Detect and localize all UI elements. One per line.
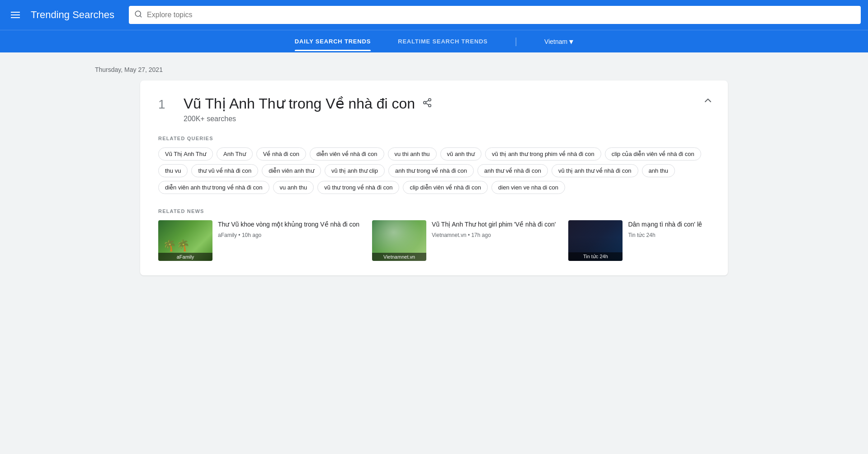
- related-query-tag[interactable]: vu thi anh thu: [388, 147, 437, 161]
- share-icon[interactable]: [422, 98, 432, 110]
- news-content: Dân mạng tì nhà đi con' lêTin tức 24h: [628, 220, 702, 238]
- news-title: Vũ Thị Anh Thư hot girl phim 'Về nhà đi …: [432, 220, 556, 229]
- trend-title: Vũ Thị Anh Thư trong Về nhà đi con: [184, 95, 710, 112]
- related-query-tag[interactable]: vũ thị anh thư về nhà đi con: [552, 164, 638, 177]
- related-query-tag[interactable]: clip của diễn viên về nhà đi con: [605, 147, 701, 161]
- trending-card: 1 Vũ Thị Anh Thư trong Về nhà đi con 200…: [140, 80, 728, 275]
- trend-header: 1 Vũ Thị Anh Thư trong Về nhà đi con 200…: [158, 95, 710, 123]
- news-card[interactable]: Vietnamnet.vnVũ Thị Anh Thư hot girl phi…: [372, 220, 568, 261]
- related-query-tag[interactable]: vũ thư trong về nhà đi con: [317, 181, 399, 194]
- trend-title-block: Vũ Thị Anh Thư trong Về nhà đi con 200K+…: [184, 95, 710, 123]
- tab-realtime-search-trends[interactable]: REALTIME SEARCH TRENDS: [398, 32, 488, 51]
- search-input[interactable]: [147, 11, 855, 19]
- nav-bar: DAILY SEARCH TRENDS REALTIME SEARCH TREN…: [0, 30, 868, 52]
- related-query-tag[interactable]: Anh Thư: [217, 147, 253, 161]
- hamburger-menu-icon[interactable]: [7, 8, 24, 22]
- related-query-tag[interactable]: anh thư trong về nhà đi con: [388, 164, 474, 177]
- svg-line-6: [426, 100, 429, 102]
- news-meta: Vietnamnet.vn • 17h ago: [432, 232, 556, 238]
- news-thumbnail: Vietnamnet.vn: [372, 220, 426, 261]
- related-news-label: RELATED NEWS: [158, 208, 710, 214]
- related-query-tag[interactable]: Về nhà đi con: [256, 147, 306, 161]
- search-icon: [134, 10, 142, 20]
- related-query-tag[interactable]: vũ anh thư: [440, 147, 482, 161]
- news-source-overlay: Vietnamnet.vn: [372, 253, 426, 261]
- news-meta: Tin tức 24h: [628, 232, 702, 238]
- related-query-tag[interactable]: dien vien ve nha di con: [491, 181, 565, 194]
- tab-daily-search-trends[interactable]: DAILY SEARCH TRENDS: [295, 32, 371, 51]
- search-bar[interactable]: [129, 6, 861, 24]
- svg-line-5: [426, 103, 429, 105]
- related-query-tag[interactable]: thư vũ về nhà đi con: [191, 164, 258, 177]
- related-queries-tags: Vũ Thị Anh ThưAnh ThưVề nhà đi condiễn v…: [158, 147, 710, 194]
- news-source-overlay: aFamily: [158, 253, 212, 261]
- news-cards: aFamilyThư Vũ khoe vòng một khủng trong …: [158, 220, 710, 261]
- related-query-tag[interactable]: clip diễn viên về nhà đi con: [403, 181, 488, 194]
- related-query-tag[interactable]: diễn viên về nhà đi con: [310, 147, 384, 161]
- app-title: Trending Searches: [31, 9, 114, 21]
- related-query-tag[interactable]: vu anh thu: [273, 181, 314, 194]
- related-query-tag[interactable]: diễn viên anh thư: [262, 164, 321, 177]
- news-content: Thư Vũ khoe vòng một khủng trong Về nhà …: [218, 220, 359, 238]
- related-query-tag[interactable]: diễn viên anh thư trong về nhà đi con: [158, 181, 269, 194]
- top-header: Trending Searches: [0, 0, 868, 30]
- related-query-tag[interactable]: anh thu: [642, 164, 675, 177]
- news-card[interactable]: Tin tức 24hDân mạng tì nhà đi con' lêTin…: [568, 220, 710, 261]
- news-thumbnail: Tin tức 24h: [568, 220, 623, 261]
- news-content: Vũ Thị Anh Thư hot girl phim 'Về nhà đi …: [432, 220, 556, 238]
- related-query-tag[interactable]: Vũ Thị Anh Thư: [158, 147, 213, 161]
- svg-line-1: [140, 15, 142, 17]
- country-label: Vietnam: [544, 38, 567, 45]
- news-source-overlay: Tin tức 24h: [568, 252, 623, 261]
- trend-search-count: 200K+ searches: [184, 115, 710, 123]
- related-news-section: RELATED NEWS aFamilyThư Vũ khoe vòng một…: [158, 208, 710, 261]
- date-header: Thursday, May 27, 2021: [0, 61, 868, 80]
- news-card[interactable]: aFamilyThư Vũ khoe vòng một khủng trong …: [158, 220, 372, 261]
- chevron-down-icon: ▾: [569, 37, 573, 47]
- collapse-button[interactable]: [703, 95, 713, 109]
- related-query-tag[interactable]: thu vu: [158, 164, 188, 177]
- trend-rank: 1: [158, 95, 173, 112]
- trend-title-text: Vũ Thị Anh Thư trong Về nhà đi con: [184, 95, 415, 112]
- country-selector[interactable]: Vietnam ▾: [544, 37, 573, 47]
- related-queries-label: RELATED QUERIES: [158, 136, 710, 141]
- related-query-tag[interactable]: anh thư về nhà đi con: [477, 164, 548, 177]
- main-content: Thursday, May 27, 2021 1 Vũ Thị Anh Thư …: [0, 52, 868, 284]
- news-title: Thư Vũ khoe vòng một khủng trong Về nhà …: [218, 220, 359, 229]
- news-thumbnail: aFamily: [158, 220, 212, 261]
- news-meta: aFamily • 10h ago: [218, 232, 359, 238]
- news-title: Dân mạng tì nhà đi con' lê: [628, 220, 702, 229]
- nav-divider: |: [515, 36, 517, 47]
- related-query-tag[interactable]: vũ thị anh thư clip: [325, 164, 385, 177]
- related-query-tag[interactable]: vũ thị anh thư trong phim về nhà đi con: [485, 147, 601, 161]
